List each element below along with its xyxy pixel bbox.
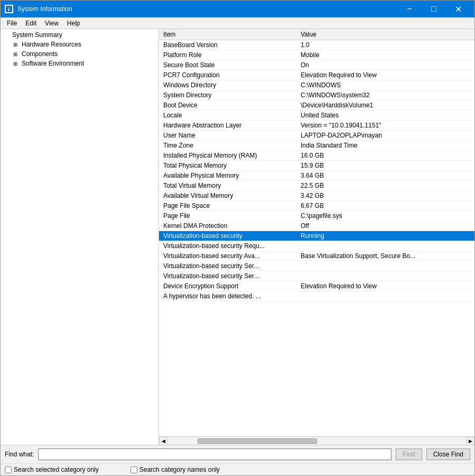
hardware-expand-icon: ⊞ xyxy=(13,42,20,48)
scroll-track[interactable] xyxy=(167,437,466,445)
sidebar: System Summary ⊞ Hardware Resources ⊞ Co… xyxy=(1,29,159,445)
table-cell-value xyxy=(296,271,474,281)
table-cell-value: On xyxy=(296,60,474,70)
table-cell-value xyxy=(296,241,474,251)
table-cell-item: Installed Physical Memory (RAM) xyxy=(159,151,296,161)
table-row[interactable]: Total Virtual Memory22.5 GB xyxy=(159,181,474,191)
checkboxes-bar: Search selected category only Search cat… xyxy=(1,463,474,475)
table-row[interactable]: Secure Boot StateOn xyxy=(159,60,474,70)
find-bar: Find what: Find Close Find xyxy=(1,445,474,463)
sidebar-hardware-resources[interactable]: ⊞ Hardware Resources xyxy=(1,40,159,49)
scroll-left-arrow[interactable]: ◀ xyxy=(159,437,167,445)
maximize-button[interactable]: □ xyxy=(422,1,446,17)
table-row[interactable]: User NameLAPTOP-DA2OPLAP\mayan xyxy=(159,131,474,141)
table-cell-value: 3.64 GB xyxy=(296,171,474,181)
table-cell-value: United States xyxy=(296,111,474,121)
scroll-right-arrow[interactable]: ▶ xyxy=(466,437,474,445)
search-selected-text: Search selected category only xyxy=(14,466,99,473)
menu-edit[interactable]: Edit xyxy=(21,19,41,28)
table-cell-item: Available Virtual Memory xyxy=(159,191,296,201)
table-row[interactable]: BaseBoard Version1.0 xyxy=(159,40,474,50)
sidebar-summary-label: System Summary xyxy=(12,31,62,39)
table-row[interactable]: Boot Device\Device\HarddiskVolume1 xyxy=(159,100,474,111)
table-cell-value: 3.42 GB xyxy=(296,191,474,201)
table-cell-item: Locale xyxy=(159,111,296,121)
table-row[interactable]: Hardware Abstraction LayerVersion = "10.… xyxy=(159,121,474,131)
table-row[interactable]: Virtualization-based security Ser... xyxy=(159,271,474,281)
table-cell-value: 16.0 GB xyxy=(296,151,474,161)
main-window: i System Information − □ ✕ File Edit Vie… xyxy=(0,0,475,476)
find-button[interactable]: Find xyxy=(396,448,422,460)
table-cell-value: Running xyxy=(296,231,474,241)
sidebar-system-summary[interactable]: System Summary xyxy=(1,30,159,40)
table-row[interactable]: Virtualization-based securityRunning xyxy=(159,231,474,241)
table-cell-value: 22.5 GB xyxy=(296,181,474,191)
table-cell-value: 1.0 xyxy=(296,40,474,50)
table-row[interactable]: Installed Physical Memory (RAM)16.0 GB xyxy=(159,151,474,161)
search-names-checkbox[interactable] xyxy=(131,466,137,473)
search-names-label[interactable]: Search category names only xyxy=(131,466,220,473)
components-expand-icon: ⊞ xyxy=(13,51,20,57)
menu-bar: File Edit View Help xyxy=(1,17,474,29)
table-cell-value: Version = "10.0.19041.1151" xyxy=(296,121,474,131)
sidebar-components-label: Components xyxy=(22,50,58,58)
minimize-button[interactable]: − xyxy=(397,1,422,17)
table-row[interactable]: Available Physical Memory3.64 GB xyxy=(159,171,474,181)
table-cell-value: C:\WINDOWS xyxy=(296,80,474,90)
close-find-button[interactable]: Close Find xyxy=(426,448,470,460)
table-row[interactable]: Page File Space6.67 GB xyxy=(159,201,474,211)
table-cell-value xyxy=(296,261,474,271)
table-cell-item: Hardware Abstraction Layer xyxy=(159,121,296,131)
table-cell-value: \Device\HarddiskVolume1 xyxy=(296,100,474,111)
menu-view[interactable]: View xyxy=(41,19,63,28)
table-row[interactable]: Virtualization-based security Ser... xyxy=(159,261,474,271)
table-row[interactable]: Page FileC:\pagefile.sys xyxy=(159,211,474,221)
sidebar-components[interactable]: ⊞ Components xyxy=(1,49,159,59)
table-row[interactable]: System DirectoryC:\WINDOWS\system32 xyxy=(159,90,474,100)
table-cell-item: Virtualization-based security Ser... xyxy=(159,271,296,281)
menu-help[interactable]: Help xyxy=(63,19,85,28)
table-row[interactable]: LocaleUnited States xyxy=(159,111,474,121)
table-row[interactable]: Virtualization-based security Requ... xyxy=(159,241,474,251)
table-cell-item: BaseBoard Version xyxy=(159,40,296,50)
close-button[interactable]: ✕ xyxy=(446,1,470,17)
table-cell-value: Elevation Required to View xyxy=(296,281,474,291)
table-cell-value: Mobile xyxy=(296,50,474,60)
search-selected-checkbox[interactable] xyxy=(5,466,12,473)
table-row[interactable]: Virtualization-based security Ava...Base… xyxy=(159,251,474,261)
main-content: System Summary ⊞ Hardware Resources ⊞ Co… xyxy=(1,29,474,445)
table-row[interactable]: Windows DirectoryC:\WINDOWS xyxy=(159,80,474,90)
table-cell-value: C:\WINDOWS\system32 xyxy=(296,90,474,100)
search-names-text: Search category names only xyxy=(139,466,220,473)
table-cell-item: User Name xyxy=(159,131,296,141)
sidebar-software-label: Software Environment xyxy=(22,60,84,67)
table-row[interactable]: Device Encryption SupportElevation Requi… xyxy=(159,281,474,291)
table-row[interactable]: Platform RoleMobile xyxy=(159,50,474,60)
table-row[interactable]: A hypervisor has been detected. ... xyxy=(159,291,474,301)
table-cell-item: Virtualization-based security Requ... xyxy=(159,241,296,251)
scroll-thumb[interactable] xyxy=(198,438,317,444)
svg-text:i: i xyxy=(8,6,10,12)
table-cell-item: System Directory xyxy=(159,90,296,100)
table-cell-value: 6.67 GB xyxy=(296,201,474,211)
data-table[interactable]: Item Value BaseBoard Version1.0Platform … xyxy=(159,29,474,436)
sidebar-software-environment[interactable]: ⊞ Software Environment xyxy=(1,59,159,68)
table-cell-item: Secure Boot State xyxy=(159,60,296,70)
sidebar-hardware-label: Hardware Resources xyxy=(22,41,81,48)
table-cell-item: A hypervisor has been detected. ... xyxy=(159,291,296,301)
menu-file[interactable]: File xyxy=(3,19,21,28)
table-cell-item: Windows Directory xyxy=(159,80,296,90)
find-input[interactable] xyxy=(38,448,392,460)
table-cell-item: Platform Role xyxy=(159,50,296,60)
info-table: Item Value BaseBoard Version1.0Platform … xyxy=(159,29,474,301)
table-row[interactable]: Time ZoneIndia Standard Time xyxy=(159,141,474,151)
table-cell-item: PCR7 Configuration xyxy=(159,70,296,80)
search-selected-label[interactable]: Search selected category only xyxy=(5,466,99,473)
table-row[interactable]: Kernel DMA ProtectionOff xyxy=(159,221,474,231)
table-row[interactable]: Available Virtual Memory3.42 GB xyxy=(159,191,474,201)
col-header-item: Item xyxy=(159,29,296,40)
table-row[interactable]: PCR7 ConfigurationElevation Required to … xyxy=(159,70,474,80)
horizontal-scrollbar[interactable]: ◀ ▶ xyxy=(159,436,474,445)
table-cell-value: Elevation Required to View xyxy=(296,70,474,80)
table-row[interactable]: Total Physical Memory15.9 GB xyxy=(159,161,474,171)
